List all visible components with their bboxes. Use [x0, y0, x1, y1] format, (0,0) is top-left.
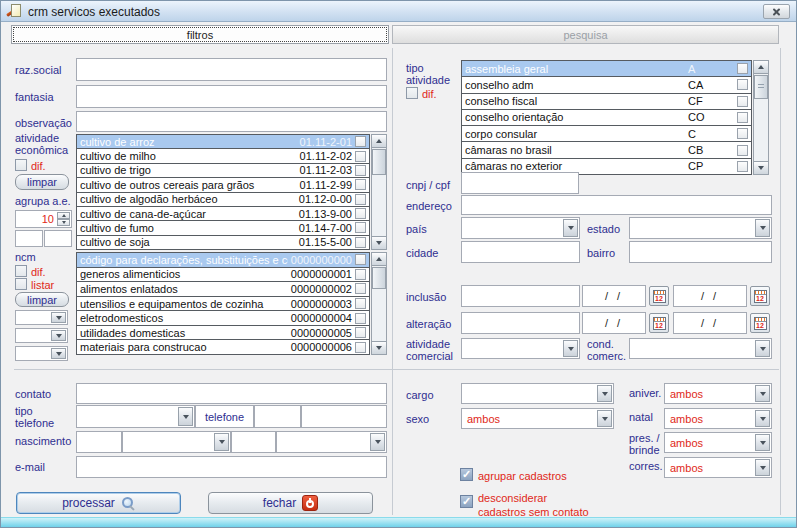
list-item[interactable]: conselho fiscalCF: [462, 94, 751, 110]
contato-input[interactable]: [76, 383, 387, 404]
atividade-comercial-dropdown[interactable]: [461, 338, 580, 359]
list-item[interactable]: generos alimenticios0000000001: [77, 268, 369, 283]
cond-comerc-dropdown[interactable]: [629, 338, 772, 359]
row-checkbox[interactable]: [737, 63, 748, 74]
spin-up-button[interactable]: [57, 212, 70, 219]
scrollbar[interactable]: [371, 134, 387, 250]
nascimento-dropdown-2[interactable]: [276, 431, 387, 453]
row-checkbox[interactable]: [355, 208, 366, 219]
scroll-up-button[interactable]: [371, 134, 387, 148]
ncm-filter-dropdown-1[interactable]: [15, 310, 68, 325]
row-checkbox[interactable]: [355, 269, 366, 280]
row-checkbox[interactable]: [737, 161, 748, 172]
scroll-down-button[interactable]: [371, 341, 387, 355]
raz-social-input[interactable]: [76, 58, 387, 81]
scroll-up-button[interactable]: [371, 252, 387, 266]
row-checkbox[interactable]: [737, 96, 748, 107]
agrupa-stepper[interactable]: 10: [15, 210, 72, 228]
pres-brinde-dropdown[interactable]: ambos: [664, 432, 772, 453]
sexo-dropdown[interactable]: ambos: [461, 408, 614, 429]
dropdown-arrow-icon[interactable]: [51, 348, 66, 359]
inclusao-date-from[interactable]: / /: [582, 285, 646, 307]
dropdown-arrow-icon[interactable]: [755, 385, 770, 402]
nascimento-input-1[interactable]: [76, 431, 122, 453]
dropdown-arrow-icon[interactable]: [755, 459, 770, 476]
calendar-button[interactable]: 12: [649, 286, 669, 306]
telefone-numero-input[interactable]: [301, 405, 387, 428]
email-input[interactable]: [76, 456, 387, 478]
list-item[interactable]: cultivo de outros cereais para grãos01.1…: [77, 178, 369, 192]
aniver-dropdown[interactable]: ambos: [664, 383, 772, 404]
scrollbar[interactable]: [753, 60, 769, 175]
cargo-dropdown[interactable]: [461, 383, 614, 404]
inclusao-input[interactable]: [461, 285, 580, 307]
inclusao-date-to[interactable]: / /: [673, 285, 747, 307]
ncm-listar-checkbox[interactable]: [15, 278, 27, 290]
list-item[interactable]: conselho orientaçãoCO: [462, 110, 751, 126]
corres-dropdown[interactable]: ambos: [664, 457, 772, 478]
dropdown-arrow-icon[interactable]: [755, 219, 770, 237]
dropdown-arrow-icon[interactable]: [597, 410, 612, 427]
row-checkbox[interactable]: [737, 79, 748, 90]
cidade-input[interactable]: [461, 241, 580, 263]
ncm-dif-checkbox[interactable]: [15, 265, 27, 277]
list-item[interactable]: cultivo de milho01.11-2-02: [77, 149, 369, 163]
dropdown-arrow-icon[interactable]: [214, 433, 229, 451]
row-checkbox[interactable]: [355, 254, 366, 265]
ta-dif-checkbox[interactable]: [406, 87, 418, 99]
row-checkbox[interactable]: [355, 165, 366, 176]
scrollbar-thumb[interactable]: [372, 149, 386, 175]
alteracao-date-from[interactable]: / /: [582, 312, 646, 334]
list-item[interactable]: corpo consularC: [462, 126, 751, 142]
dropdown-arrow-icon[interactable]: [51, 330, 66, 341]
cnpj-cpf-input[interactable]: [461, 172, 579, 194]
dropdown-arrow-icon[interactable]: [755, 410, 770, 427]
close-button[interactable]: [763, 4, 790, 19]
list-item[interactable]: assembleia geralA: [462, 61, 751, 77]
list-item[interactable]: cultivo de fumo01.14-7-00: [77, 221, 369, 235]
tipo-telefone-dropdown[interactable]: [76, 405, 195, 428]
alteracao-date-to[interactable]: / /: [673, 312, 747, 334]
estado-dropdown[interactable]: [629, 217, 772, 239]
fechar-button[interactable]: fechar: [208, 492, 373, 514]
row-checkbox[interactable]: [355, 237, 366, 248]
list-item[interactable]: utensilios e equipamentos de cozinha0000…: [77, 297, 369, 312]
observacao-input[interactable]: [76, 111, 387, 132]
agrupar-checkbox[interactable]: [460, 468, 473, 481]
pais-dropdown[interactable]: [461, 217, 580, 239]
tab-filtros[interactable]: filtros: [11, 25, 389, 44]
bairro-input[interactable]: [629, 241, 772, 263]
row-checkbox[interactable]: [355, 298, 366, 309]
ncm-limpar-button[interactable]: limpar: [15, 292, 69, 307]
calendar-button[interactable]: 12: [750, 286, 770, 306]
list-item[interactable]: cultivo de arroz01.11-2-01: [77, 135, 369, 149]
dropdown-arrow-icon[interactable]: [563, 340, 578, 357]
dropdown-arrow-icon[interactable]: [178, 407, 193, 426]
row-checkbox[interactable]: [355, 151, 366, 162]
row-checkbox[interactable]: [355, 194, 366, 205]
calendar-button[interactable]: 12: [649, 313, 669, 333]
ncm-filter-dropdown-3[interactable]: [15, 346, 68, 361]
list-item[interactable]: cultivo de cana-de-açúcar01.13-9-00: [77, 207, 369, 221]
scrollbar-thumb[interactable]: [754, 75, 768, 99]
calendar-button[interactable]: 12: [750, 313, 770, 333]
processar-button[interactable]: processar: [16, 492, 181, 514]
row-checkbox[interactable]: [355, 222, 366, 233]
scroll-down-button[interactable]: [753, 161, 769, 175]
alteracao-input[interactable]: [461, 312, 580, 334]
tipo-atividade-list[interactable]: assembleia geralA conselho admCA conselh…: [461, 60, 752, 175]
agrupa-empty-field-2[interactable]: [44, 230, 72, 247]
dropdown-arrow-icon[interactable]: [597, 385, 612, 402]
list-item[interactable]: utilidades domesticas0000000005: [77, 326, 369, 341]
row-checkbox[interactable]: [355, 136, 366, 147]
nascimento-dropdown-1[interactable]: [122, 431, 231, 453]
nascimento-input-2[interactable]: [231, 431, 276, 453]
row-checkbox[interactable]: [737, 145, 748, 156]
natal-dropdown[interactable]: ambos: [664, 408, 772, 429]
scroll-down-button[interactable]: [371, 236, 387, 250]
row-checkbox[interactable]: [355, 313, 366, 324]
dropdown-arrow-icon[interactable]: [563, 219, 578, 237]
scrollbar[interactable]: [371, 252, 387, 355]
row-checkbox[interactable]: [737, 112, 748, 123]
list-item[interactable]: código para declarações, substituições e…: [77, 253, 369, 268]
